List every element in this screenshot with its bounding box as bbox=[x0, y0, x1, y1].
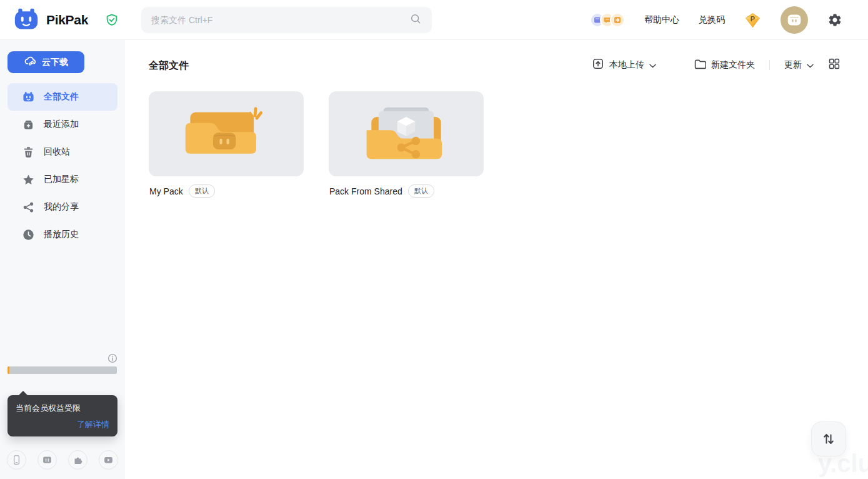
folder-card-pack-from-shared: Pack From Shared 默认 bbox=[329, 91, 484, 198]
my-pack-folder-illustration bbox=[177, 104, 276, 164]
default-badge: 默认 bbox=[408, 184, 434, 198]
grid-view-icon bbox=[828, 58, 841, 73]
header-actions: 帮助中心 兑换码 P bbox=[590, 0, 842, 40]
star-icon bbox=[22, 174, 34, 186]
membership-tooltip: 当前会员权益受限 了解详情 bbox=[7, 395, 117, 436]
mobile-app-icon[interactable] bbox=[7, 450, 26, 470]
browser-extension-icon[interactable] bbox=[68, 450, 87, 470]
cloud-download-label: 云下载 bbox=[42, 57, 68, 68]
search-icon[interactable] bbox=[409, 13, 422, 28]
top-header: PikPak bbox=[0, 0, 868, 40]
folder-icon bbox=[694, 58, 706, 73]
folder-thumbnail[interactable] bbox=[329, 91, 484, 176]
storage-quota-bar bbox=[7, 366, 117, 374]
local-upload-label: 本地上传 bbox=[609, 59, 644, 71]
video-channel-icon[interactable] bbox=[99, 450, 118, 470]
premium-letter: P bbox=[751, 15, 755, 23]
learn-more-link[interactable]: 了解详情 bbox=[77, 419, 109, 430]
sidebar-item-recent[interactable]: 最近添加 bbox=[7, 111, 117, 138]
sidebar-item-label: 已加星标 bbox=[44, 174, 79, 185]
storage-quota-used bbox=[7, 366, 9, 374]
recent-added-icon bbox=[22, 119, 34, 131]
grid-view-button[interactable] bbox=[828, 58, 841, 73]
help-center-link[interactable]: 帮助中心 bbox=[644, 14, 679, 26]
pikpak-logo-icon[interactable] bbox=[14, 8, 39, 33]
search-input[interactable] bbox=[151, 15, 409, 25]
brand-name: PikPak bbox=[46, 0, 88, 40]
sort-label: 更新 bbox=[784, 59, 802, 71]
sidebar-item-label: 最近添加 bbox=[44, 119, 79, 130]
main-content: 全部文件 本地上传 bbox=[125, 40, 868, 479]
tv-box-app-icon[interactable] bbox=[37, 450, 57, 470]
chevron-down-icon bbox=[649, 59, 656, 71]
promo-arrow-icon[interactable] bbox=[610, 13, 625, 28]
up-down-arrows-icon bbox=[821, 431, 837, 447]
premium-gem-badge[interactable]: P bbox=[744, 13, 761, 28]
sidebar-item-trash[interactable]: 回收站 bbox=[7, 138, 117, 166]
folder-thumbnail[interactable] bbox=[149, 91, 304, 176]
page-title: 全部文件 bbox=[149, 59, 189, 73]
folder-grid: My Pack 默认 bbox=[149, 91, 484, 198]
folder-caption: Pack From Shared 默认 bbox=[329, 184, 484, 198]
local-upload-button[interactable]: 本地上传 bbox=[592, 58, 656, 73]
security-shield-icon[interactable] bbox=[105, 13, 119, 27]
all-files-icon bbox=[22, 91, 34, 103]
toolbar: 本地上传 新建文件夹 更新 bbox=[592, 58, 841, 73]
pack-from-shared-folder-illustration bbox=[357, 104, 456, 164]
sidebar-item-my-shares[interactable]: 我的分享 bbox=[7, 193, 117, 221]
folder-name[interactable]: My Pack bbox=[149, 186, 183, 196]
folder-caption: My Pack 默认 bbox=[149, 184, 304, 198]
folder-name[interactable]: Pack From Shared bbox=[329, 186, 402, 196]
cloud-download-button[interactable]: 云下载 bbox=[7, 51, 84, 73]
pikpak-app: PikPak bbox=[0, 0, 868, 479]
transfer-tasks-button[interactable] bbox=[811, 421, 846, 456]
tooltip-message: 当前会员权益受限 bbox=[16, 403, 109, 414]
user-avatar[interactable] bbox=[781, 6, 808, 34]
upload-icon bbox=[592, 58, 604, 73]
search-bar[interactable] bbox=[141, 7, 432, 33]
toolbar-divider bbox=[769, 60, 770, 70]
sidebar-item-label: 回收站 bbox=[44, 146, 70, 158]
sidebar: 云下载 全部文件 bbox=[0, 40, 125, 479]
settings-gear-icon[interactable] bbox=[827, 13, 842, 28]
chevron-down-icon bbox=[807, 59, 814, 71]
sidebar-item-label: 我的分享 bbox=[44, 201, 79, 213]
sidebar-menu: 全部文件 最近添加 bbox=[0, 83, 125, 248]
sidebar-item-all-files[interactable]: 全部文件 bbox=[7, 83, 117, 111]
redeem-code-link[interactable]: 兑换码 bbox=[699, 14, 725, 26]
sidebar-footer-apps bbox=[0, 450, 125, 470]
trash-icon bbox=[22, 146, 34, 158]
sidebar-item-starred[interactable]: 已加星标 bbox=[7, 166, 117, 193]
history-clock-icon bbox=[22, 229, 34, 241]
sidebar-item-label: 播放历史 bbox=[44, 229, 79, 240]
new-folder-label: 新建文件夹 bbox=[711, 59, 755, 71]
new-folder-button[interactable]: 新建文件夹 bbox=[694, 58, 755, 73]
share-icon bbox=[22, 201, 34, 213]
sort-by-button[interactable]: 更新 bbox=[784, 59, 814, 71]
folder-card-my-pack: My Pack 默认 bbox=[149, 91, 304, 198]
quota-info-icon[interactable] bbox=[107, 353, 117, 363]
sidebar-item-label: 全部文件 bbox=[44, 91, 79, 103]
default-badge: 默认 bbox=[189, 184, 215, 198]
sidebar-item-play-history[interactable]: 播放历史 bbox=[7, 221, 117, 248]
promo-apps-cluster[interactable] bbox=[590, 13, 625, 28]
cloud-link-icon bbox=[24, 56, 37, 69]
